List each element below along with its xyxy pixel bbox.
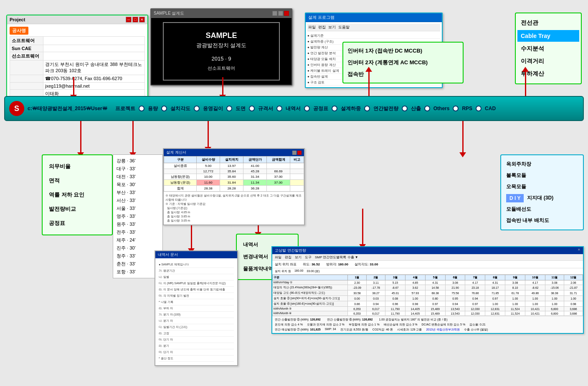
city-item-jinju[interactable]: 진주 · 30' [117,244,159,252]
sample-min-btn[interactable] [272,11,277,16]
cell: -8.67 [385,285,406,290]
left-item-factor[interactable]: 역률 저하 요인 [49,188,106,202]
nav-item-calc[interactable]: 산출 [409,104,423,113]
nav-item-rps[interactable]: RPS [460,105,474,112]
left-item-ratio[interactable]: 의무비율 [49,159,106,174]
left-item-compare[interactable]: 발전량비교 [49,202,106,216]
city-item-cheongju[interactable]: 청주 · 33' [117,252,159,260]
cell: 0.08 [385,296,406,301]
sample-max-btn[interactable] [278,11,283,16]
loss-dust: 오물과 먼지에 의한 감소 2 % [307,323,345,327]
inverter-item-1[interactable]: 인버터 1자 (접속반 DC MCCB) [347,45,459,57]
nav-item-angle[interactable]: 설치각도 [169,104,192,113]
cell [290,186,304,192]
ss-table: 구분 설비수량 설치위치 금액단가 금액합계 비고 설비종류 5.00 13.9… [164,156,304,192]
maximize-btn[interactable]: □ [132,17,138,23]
nav-item-drawing[interactable]: 도면 [234,104,247,113]
cell: 0.98 [405,301,425,307]
ss-min-btn[interactable] [292,151,297,155]
cell: 남동향 (문경) [164,180,197,186]
right-item-parking[interactable]: 옥외주차장 [506,159,578,170]
cell: 6,353 [348,307,367,311]
col-m4: 4월 [405,275,425,280]
inverter-item-3[interactable]: 접속반 [347,68,459,80]
city-item-jeonju[interactable]: 전주 · 33' [117,228,159,236]
right-item-convex[interactable]: 볼록모듈 [506,170,578,181]
menu-view[interactable]: 보기 [328,25,336,30]
loss-wire: 배선손실에 의한 감소 3 % [384,323,418,327]
nav-item-load[interactable]: 설계하중 [339,104,362,113]
nav-item-project[interactable]: 프로젝트 [114,104,137,113]
nav-item-capacity[interactable]: 용량 [146,104,160,113]
cell [164,169,197,174]
right-item-module-layout[interactable]: 모듈배선도 [506,204,578,215]
close-btn[interactable]: ✕ [139,17,145,23]
spreadsheet-box: 설계 계산서 구분 설비수량 설치위치 금액단가 금액합계 비고 [163,148,305,225]
data-close[interactable]: ✕ [578,248,580,253]
cell: 0.00 [348,296,367,301]
data-menu-view[interactable]: 보기 [295,255,302,260]
cell: 41.00 [243,163,267,169]
arrow-data-down [359,209,366,249]
nav-item-annual[interactable]: 연간발전량 [372,104,400,113]
city-item-seoul[interactable]: 서울 · 33' [117,204,159,212]
nav-item-others[interactable]: Others [432,105,451,112]
diy-badge[interactable]: D I Y [506,194,524,202]
city-item-chuncheon[interactable]: 춘천 · 33' [117,260,159,268]
nav-item-detail[interactable]: 내역서 [284,104,302,113]
menu-edit[interactable]: 편집 [318,25,326,30]
ss-body: 구분 설비수량 설치위치 금액단가 금액합계 비고 설비종류 5.00 13.9… [164,156,304,225]
project-table: 소프트웨어 Sun CAE 선소프트웨어 경기도 부천시 원미구 송내대로 38… [10,36,145,98]
menu-help[interactable]: 도움말 [338,25,350,30]
menu-file[interactable]: 파일 [308,25,316,30]
city-item-yeongju[interactable]: 영주 · 33' [117,212,159,220]
city-item-gangneung[interactable]: 강릉 · 36' [117,157,159,165]
data-menu-edit[interactable]: 편집 [285,255,291,260]
table-row: 남동향(문경) 10.00 35.60 31.34 37.00 [164,174,304,180]
data-menu-file[interactable]: 파일 [275,255,281,260]
right-item-concave[interactable]: 오목모듈 [506,181,578,192]
data-row: 태양의 적산 (23.4%sin(360x(284+월수)/365)) -23.… [273,285,583,290]
cell: 5.15 [385,280,406,285]
city-item-mokpo[interactable]: 목포 · 30' [117,181,159,189]
menu-item-distance[interactable]: 이격거리 [521,55,576,68]
left-item-area[interactable]: 면적 [49,174,106,188]
subloc-label: 설치 위치 등 [275,269,291,273]
city-item-pohang[interactable]: 포항 · 33' [117,268,159,276]
right-item-panel-layout[interactable]: 접속반 내부 배치도 [506,215,578,226]
menu-item-wires[interactable]: 전선관 [521,17,576,29]
city-item-daejeon[interactable]: 대전 · 33' [117,173,159,181]
city-item-wonju[interactable]: 원주 · 33' [117,220,159,228]
city-item-seosan[interactable]: 서산 · 33' [117,197,159,204]
right-item-support[interactable]: 지지대 (3D) [527,192,553,204]
ss-close-btn[interactable] [297,151,302,155]
screenshot-title-text: 설계 프로그램 [308,15,335,20]
project-box: Project ─ □ ✕ 공사명 소프트웨어 Sun CAE [6,15,148,101]
menu-item-cable-tray[interactable]: Cable Tray [517,30,579,42]
nav-item-spec[interactable]: 규격서 [256,104,275,113]
nav-dot-10 [402,106,408,111]
city-item-busan[interactable]: 부산 · 33' [117,189,159,197]
minimize-btn[interactable]: ─ [126,17,132,23]
row-value [43,52,145,61]
cell: 2.30 [348,280,367,285]
right-items-box: 옥외주차장 볼록모듈 오목모듈 D I Y 지지대 (3D) 모듈배선도 접속반… [500,154,584,230]
nav-item-cad[interactable]: CAD [483,105,497,112]
menu-item-analysis[interactable]: 수지분석 [521,43,576,55]
inverter-item-2[interactable]: 인버터 2자 (계통연계 AC MCCB) [347,57,459,68]
data-row: kWh/Month ⑤ 6,353 6,017 11,790 14,405 15… [273,307,583,311]
city-item-daegu[interactable]: 대구 · 33' [117,165,159,173]
nav-item-process[interactable]: 공정표 [312,104,330,113]
city-item-jeju[interactable]: 제주 · 24' [117,236,159,244]
row-label-3: 태양일 고도 (90-위도+태양의적도-고도) [273,290,348,296]
menu-item-load-calc[interactable]: 부하계산 [521,68,576,80]
data-menu-smp[interactable]: SMP 연간연도별목록 수출 ▼ [315,255,358,260]
nav-item-shadow[interactable]: 응영길이 [201,104,225,113]
cell: 3.08 [445,280,465,285]
loss-inv: DC/AC 변환손실에 의한 감소 5 % [422,323,466,327]
cell: 12,772 [197,169,220,174]
left-item-process[interactable]: 공정표 [49,216,106,230]
data-menu-tool[interactable]: 도구 [305,255,312,260]
cell: 37.00 [267,180,290,186]
sample-close-btn[interactable] [284,11,289,16]
